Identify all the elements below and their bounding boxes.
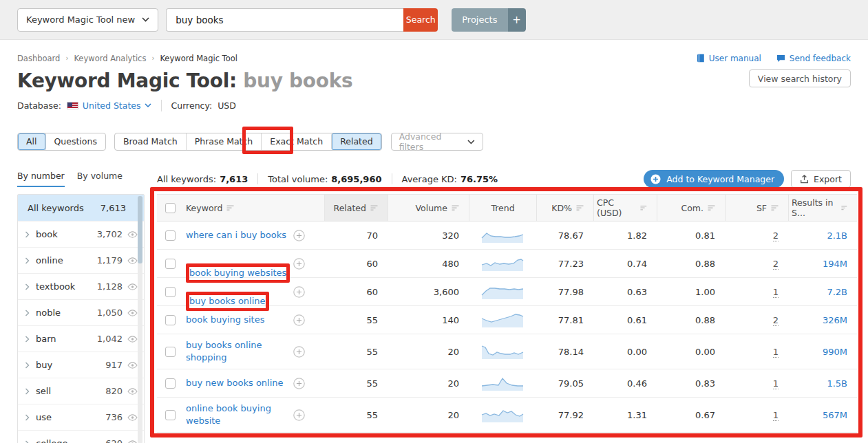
- results-link[interactable]: 326M: [823, 315, 847, 325]
- chevron-right-icon[interactable]: [25, 362, 30, 369]
- eye-icon[interactable]: [127, 414, 138, 421]
- chevron-right-icon[interactable]: [25, 336, 30, 343]
- view-search-history-button[interactable]: View search history: [749, 69, 851, 87]
- add-keyword-icon[interactable]: [293, 258, 305, 270]
- add-keyword-icon[interactable]: [293, 286, 305, 298]
- filter-tab-related[interactable]: Related: [331, 133, 381, 150]
- filter-tab-all[interactable]: All: [18, 133, 45, 150]
- view-tab-by-volume[interactable]: By volume: [77, 171, 123, 187]
- chevron-right-icon[interactable]: [25, 440, 30, 443]
- chevron-right-icon[interactable]: [25, 257, 30, 264]
- keyword-link[interactable]: book buying sites: [186, 314, 265, 325]
- results-link[interactable]: 2.1B: [827, 230, 847, 241]
- row-checkbox[interactable]: [165, 410, 176, 420]
- projects-button[interactable]: Projects: [452, 8, 507, 32]
- advanced-filters-dropdown[interactable]: Advanced filters: [391, 133, 483, 151]
- serp-features-value[interactable]: 1: [773, 347, 779, 358]
- sidebar-item-online[interactable]: online1,179: [18, 247, 144, 273]
- sort-icon[interactable]: [576, 205, 584, 211]
- column-header-kd[interactable]: KD%: [536, 195, 593, 221]
- chevron-right-icon[interactable]: [25, 388, 30, 395]
- sort-icon[interactable]: [841, 205, 847, 211]
- sort-icon[interactable]: [370, 205, 378, 211]
- column-header-trend[interactable]: Trend: [469, 195, 536, 221]
- row-checkbox[interactable]: [165, 287, 176, 297]
- add-keyword-icon[interactable]: [293, 346, 305, 358]
- row-checkbox[interactable]: [165, 230, 176, 241]
- add-keyword-icon[interactable]: [293, 409, 305, 421]
- sort-icon[interactable]: [708, 205, 715, 211]
- sidebar-item-textbook[interactable]: textbook1,128: [18, 273, 144, 299]
- eye-icon[interactable]: [127, 283, 138, 290]
- tool-selector-dropdown[interactable]: Keyword Magic Tool new: [17, 8, 158, 32]
- eye-icon[interactable]: [127, 440, 138, 443]
- row-checkbox[interactable]: [165, 315, 176, 325]
- keyword-link[interactable]: buy books online shopping: [186, 340, 262, 363]
- select-all-checkbox[interactable]: [165, 203, 176, 213]
- sidebar-item-barn[interactable]: barn1,042: [18, 325, 144, 352]
- sort-icon[interactable]: [771, 205, 779, 211]
- serp-features-value[interactable]: 1: [773, 410, 779, 421]
- add-keyword-icon[interactable]: [293, 230, 305, 241]
- column-header-com[interactable]: Com.: [657, 195, 725, 221]
- results-link[interactable]: 1.5B: [827, 378, 847, 389]
- eye-icon[interactable]: [127, 388, 138, 395]
- keyword-link[interactable]: buy new books online: [186, 378, 284, 388]
- add-to-keyword-manager-button[interactable]: Add to Keyword Manager: [644, 170, 784, 188]
- sort-icon[interactable]: [226, 205, 234, 211]
- chevron-right-icon[interactable]: [25, 310, 30, 316]
- serp-features-value[interactable]: 1: [773, 378, 779, 389]
- chevron-right-icon[interactable]: [25, 414, 30, 421]
- sidebar-item-sell[interactable]: sell820: [18, 378, 144, 404]
- results-link[interactable]: 7.2B: [827, 287, 847, 297]
- user-manual-link[interactable]: User manual: [697, 54, 761, 63]
- results-link[interactable]: 990M: [823, 347, 847, 357]
- sidebar-scrollbar-thumb[interactable]: [138, 196, 142, 263]
- sort-icon[interactable]: [452, 205, 459, 211]
- filter-tab-phrase-match[interactable]: Phrase Match: [186, 133, 262, 150]
- eye-icon[interactable]: [127, 257, 138, 264]
- column-header-sf[interactable]: SF: [725, 195, 788, 221]
- search-button[interactable]: Search: [403, 8, 438, 32]
- sidebar-item-noble[interactable]: noble1,050: [18, 299, 144, 325]
- column-header-results[interactable]: Results in S...: [788, 195, 857, 221]
- serp-features-value[interactable]: 2: [773, 259, 779, 270]
- eye-icon[interactable]: [127, 231, 138, 238]
- results-link[interactable]: 567M: [823, 410, 847, 420]
- sidebar-item-buy[interactable]: buy917: [18, 352, 144, 378]
- chevron-right-icon[interactable]: [25, 231, 30, 238]
- view-tab-by-number[interactable]: By number: [17, 171, 65, 187]
- row-checkbox[interactable]: [165, 378, 176, 389]
- sidebar-item-all-keywords[interactable]: All keywords 7,613: [18, 195, 144, 221]
- column-header-related[interactable]: Related: [324, 195, 388, 221]
- eye-icon[interactable]: [127, 336, 138, 343]
- eye-icon[interactable]: [127, 310, 138, 316]
- column-header-cpc[interactable]: CPC (USD): [593, 195, 657, 221]
- send-feedback-link[interactable]: Send feedback: [776, 54, 851, 63]
- filter-tab-exact-match[interactable]: Exact Match: [261, 133, 331, 150]
- serp-features-value[interactable]: 2: [773, 315, 779, 326]
- breadcrumb-item[interactable]: Keyword Analytics: [74, 54, 146, 63]
- export-button[interactable]: Export: [791, 170, 851, 188]
- chevron-right-icon[interactable]: [25, 283, 30, 290]
- keyword-link[interactable]: where can i buy books: [186, 230, 286, 240]
- row-checkbox[interactable]: [165, 259, 176, 269]
- sidebar-item-college[interactable]: college620: [18, 430, 144, 443]
- sort-icon[interactable]: [640, 205, 647, 211]
- breadcrumb-item[interactable]: Dashboard: [17, 54, 60, 63]
- add-keyword-icon[interactable]: [293, 378, 305, 389]
- column-header-volume[interactable]: Volume: [388, 195, 469, 221]
- database-selector[interactable]: United States: [83, 100, 151, 111]
- add-project-button[interactable]: +: [508, 8, 526, 32]
- eye-icon[interactable]: [127, 362, 138, 369]
- search-input[interactable]: [166, 8, 403, 32]
- sidebar-item-book[interactable]: book3,702: [18, 221, 144, 247]
- results-link[interactable]: 194M: [823, 259, 847, 269]
- filter-tab-broad-match[interactable]: Broad Match: [115, 133, 186, 150]
- serp-features-value[interactable]: 2: [773, 230, 779, 241]
- keyword-link[interactable]: online book buying website: [186, 403, 271, 426]
- column-header-keyword[interactable]: Keyword: [183, 195, 324, 221]
- filter-tab-questions[interactable]: Questions: [45, 133, 105, 150]
- row-checkbox[interactable]: [165, 347, 176, 357]
- sidebar-item-use[interactable]: use736: [18, 404, 144, 430]
